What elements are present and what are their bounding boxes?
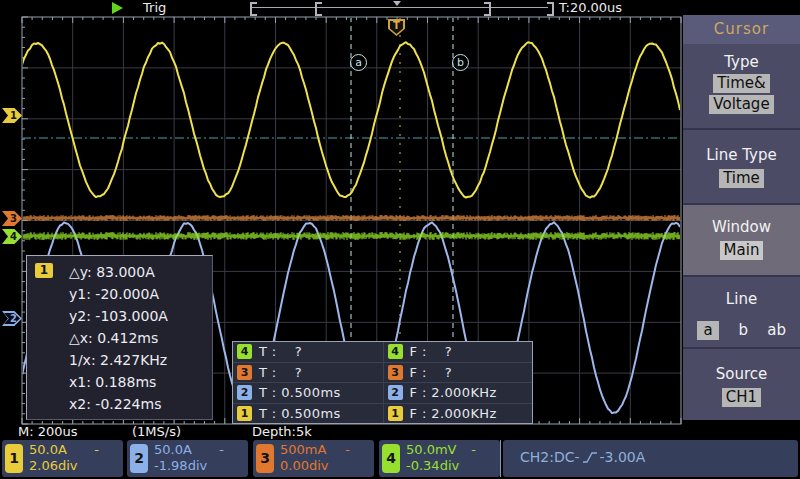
source-value: CH1 — [722, 388, 761, 407]
ch2-badge: 2 — [130, 444, 148, 473]
ch4-position: -0.34div — [406, 458, 496, 474]
ch2-frequency-value: F : 2.000KHz — [410, 385, 497, 400]
cursor-b-label[interactable]: b — [452, 54, 469, 71]
cursor-delta-y: △y: 83.000A — [69, 261, 208, 283]
right-bracket-icon — [547, 2, 554, 16]
sample-rate-readout: (1MS/s) — [132, 425, 181, 439]
cursor-x2: x2: -0.224ms — [69, 393, 208, 415]
type-label: Type — [683, 53, 800, 71]
menu-title: Cursor — [683, 15, 800, 44]
table-row: 4T : ? 4F : ? — [233, 342, 532, 362]
menu-item-window[interactable]: Window Main — [683, 203, 800, 275]
ch2-period-value: T : 0.500ms — [259, 385, 341, 400]
oscilloscope-screen: Trig T:20.00us 1 3 4 2 T a b 1 △y: 83.00… — [0, 0, 800, 479]
table-row: 1T : 0.500ms 1F : 2.000KHz — [233, 403, 532, 424]
rising-edge-icon — [582, 451, 598, 464]
trigger-marker-label: T — [393, 21, 400, 31]
menu-item-line[interactable]: Line a b ab — [683, 275, 800, 347]
ch2-badge: 2 — [388, 385, 403, 400]
line-label: Line — [683, 290, 800, 308]
trigger-source-coupling: CH2:DC- — [520, 449, 580, 465]
trigger-position-marker[interactable]: T — [388, 19, 405, 36]
ch4-marker-label: 4 — [10, 232, 17, 242]
ch1-settings: 50.0A- 2.06div — [29, 442, 119, 474]
menu-item-source[interactable]: Source CH1 — [683, 347, 800, 429]
ch2-settings: 50.0A- -1.98div — [154, 442, 244, 474]
timebase-readout: M: 200us — [18, 425, 78, 439]
ch1-scale: 50.0A — [29, 442, 67, 458]
ch3-position: 0.00div — [280, 458, 370, 474]
ch1-info-box[interactable]: 1 50.0A- 2.06div — [2, 440, 123, 477]
menu-item-type[interactable]: Type Time& Voltage — [683, 53, 800, 128]
menu-item-line-type[interactable]: Line Type Time — [683, 128, 800, 203]
trigger-level-value: -3.00A — [600, 449, 646, 465]
ch4-scale: 50.0mV — [406, 442, 457, 458]
ch3-position-marker[interactable]: 3 — [2, 211, 22, 226]
ch4-badge: 4 — [237, 344, 252, 359]
table-row: 2T : 0.500ms 2F : 2.000KHz — [233, 382, 532, 403]
inner-right-bracket-icon — [484, 2, 491, 16]
window-value: Main — [720, 241, 764, 260]
line-type-value: Time — [719, 169, 764, 188]
ch3-settings: 500mA- 0.00div — [280, 442, 370, 474]
ch1-badge: 1 — [5, 444, 23, 473]
ch1-position: 2.06div — [29, 458, 119, 474]
ch2-marker-label: 2 — [10, 314, 17, 324]
ch3-info-box[interactable]: 3 500mA- 0.00div — [253, 440, 374, 477]
ch1-position-marker[interactable]: 1 — [2, 108, 22, 123]
top-bar: Trig T:20.00us — [0, 0, 800, 15]
ch1-badge: 1 — [388, 406, 403, 421]
ch4-badge: 4 — [382, 444, 400, 473]
cursor-inverse-dx: 1/x: 2.427KHz — [69, 349, 208, 371]
ch2-position: -1.98div — [154, 458, 244, 474]
ch3-badge: 3 — [237, 365, 252, 380]
line-option-a[interactable]: a — [697, 321, 719, 340]
ch2-info-box[interactable]: 2 50.0A- -1.98div — [127, 440, 248, 477]
ch4-frequency-value: F : ? — [410, 344, 453, 359]
ch2-scale: 50.0A — [154, 442, 192, 458]
ch4-position-marker[interactable]: 4 — [2, 229, 22, 244]
ch4-settings: 50.0mV- -0.34div — [406, 442, 496, 474]
run-state-play-icon — [112, 2, 123, 14]
cursor-a-label[interactable]: a — [350, 54, 367, 71]
indicator-line — [252, 7, 548, 8]
cursor-y1: y1: -20.000A — [69, 283, 208, 305]
ch2-badge: 2 — [237, 385, 252, 400]
ch1-frequency-value: F : 2.000KHz — [410, 406, 497, 421]
ch3-badge: 3 — [256, 444, 274, 473]
ch1-badge: 1 — [237, 406, 252, 421]
ch3-marker-label: 3 — [10, 214, 17, 224]
horizontal-offset-readout: T:20.00us — [559, 0, 622, 15]
trig-status-label: Trig — [143, 0, 166, 15]
source-label: Source — [683, 365, 800, 383]
ch4-period-value: T : ? — [259, 344, 302, 359]
ch3-period-value: T : ? — [259, 365, 302, 380]
cursor-panel-channel-badge: 1 — [35, 263, 53, 278]
ch2-position-marker[interactable]: 2 — [2, 311, 22, 326]
line-option-ab[interactable]: ab — [767, 321, 786, 340]
ch1-coupling: - — [94, 442, 99, 458]
divider — [500, 440, 501, 477]
measurement-table: 4T : ? 4F : ? 3T : ? 3F : ? 2T : 0.500ms… — [232, 341, 533, 424]
line-type-label: Line Type — [683, 146, 800, 164]
cursor-y2: y2: -103.000A — [69, 305, 208, 327]
cursor-measurement-panel: 1 △y: 83.000A y1: -20.000A y2: -103.000A… — [26, 255, 213, 420]
line-option-b[interactable]: b — [738, 321, 748, 340]
ch4-coupling: - — [471, 442, 476, 458]
table-row: 3T : ? 3F : ? — [233, 362, 532, 383]
depth-readout: Depth:5k — [252, 425, 312, 439]
trigger-info-box: CH2:DC- -3.00A — [503, 440, 798, 477]
ch4-info-box[interactable]: 4 50.0mV- -0.34div — [379, 440, 500, 477]
ch4-badge: 4 — [388, 344, 403, 359]
ch3-coupling: - — [345, 442, 350, 458]
trigger-position-pointer-icon — [393, 1, 401, 6]
window-label: Window — [683, 218, 800, 236]
cursor-delta-x: △x: 0.412ms — [69, 327, 208, 349]
inner-left-bracket-icon — [315, 2, 322, 16]
ch3-scale: 500mA — [280, 442, 326, 458]
type-value-line1: Time& — [713, 74, 769, 93]
ch3-frequency-value: F : ? — [410, 365, 453, 380]
left-bracket-icon — [250, 2, 257, 16]
ch3-badge: 3 — [388, 365, 403, 380]
cursor-x1: x1: 0.188ms — [69, 371, 208, 393]
